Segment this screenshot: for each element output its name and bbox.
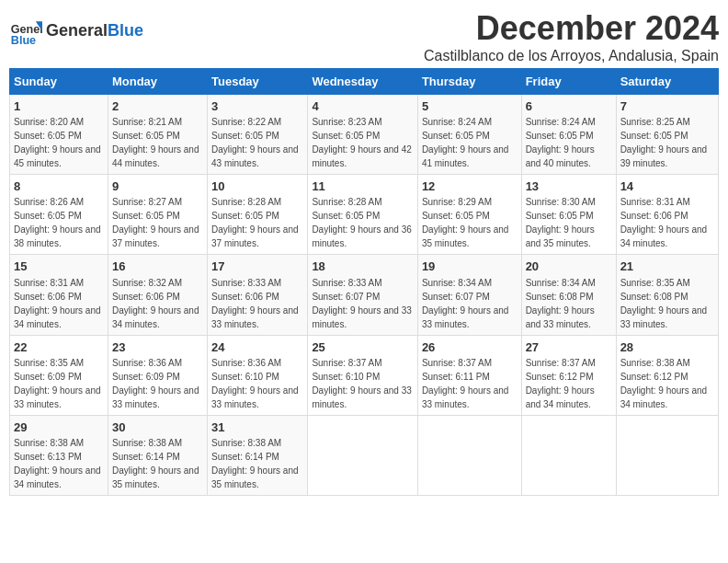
day-info: Sunrise: 8:22 AM Sunset: 6:05 PM Dayligh… [211, 117, 299, 168]
day-cell: 25Sunrise: 8:37 AM Sunset: 6:10 PM Dayli… [308, 335, 418, 415]
day-number: 29 [14, 419, 104, 436]
day-info: Sunrise: 8:28 AM Sunset: 6:05 PM Dayligh… [211, 197, 299, 248]
day-info: Sunrise: 8:33 AM Sunset: 6:07 PM Dayligh… [312, 278, 411, 329]
header-day-thursday: Thursday [417, 69, 521, 95]
day-number: 20 [526, 259, 612, 275]
logo-icon: General Blue [9, 15, 42, 48]
day-number: 25 [312, 339, 414, 356]
day-info: Sunrise: 8:31 AM Sunset: 6:06 PM Dayligh… [620, 197, 708, 248]
day-number: 3 [211, 98, 303, 115]
day-info: Sunrise: 8:26 AM Sunset: 6:05 PM Dayligh… [14, 197, 101, 248]
calendar-table: SundayMondayTuesdayWednesdayThursdayFrid… [9, 68, 719, 496]
day-number: 2 [112, 98, 203, 115]
day-cell: 5Sunrise: 8:24 AM Sunset: 6:05 PM Daylig… [417, 95, 521, 175]
day-cell: 26Sunrise: 8:37 AM Sunset: 6:11 PM Dayli… [417, 335, 521, 415]
day-cell: 30Sunrise: 8:38 AM Sunset: 6:14 PM Dayli… [108, 415, 207, 495]
week-row-5: 29Sunrise: 8:38 AM Sunset: 6:13 PM Dayli… [10, 415, 719, 495]
day-info: Sunrise: 8:28 AM Sunset: 6:05 PM Dayligh… [312, 197, 411, 248]
week-row-2: 8Sunrise: 8:26 AM Sunset: 6:05 PM Daylig… [10, 175, 719, 255]
day-info: Sunrise: 8:37 AM Sunset: 6:10 PM Dayligh… [312, 358, 411, 409]
day-info: Sunrise: 8:36 AM Sunset: 6:10 PM Dayligh… [211, 358, 299, 409]
day-info: Sunrise: 8:31 AM Sunset: 6:06 PM Dayligh… [14, 278, 101, 329]
day-number: 4 [312, 98, 414, 115]
day-cell: 20Sunrise: 8:34 AM Sunset: 6:08 PM Dayli… [521, 255, 616, 335]
day-info: Sunrise: 8:35 AM Sunset: 6:08 PM Dayligh… [620, 278, 708, 329]
main-title: December 2024 [424, 9, 719, 48]
day-cell [308, 415, 418, 495]
day-number: 27 [526, 339, 612, 356]
day-number: 10 [211, 178, 303, 195]
calendar-header-row: SundayMondayTuesdayWednesdayThursdayFrid… [10, 69, 719, 95]
day-number: 8 [14, 178, 104, 195]
day-number: 12 [422, 178, 518, 195]
day-info: Sunrise: 8:20 AM Sunset: 6:05 PM Dayligh… [14, 117, 101, 168]
day-number: 11 [312, 178, 414, 195]
day-cell: 10Sunrise: 8:28 AM Sunset: 6:05 PM Dayli… [208, 175, 308, 255]
day-cell: 2Sunrise: 8:21 AM Sunset: 6:05 PM Daylig… [108, 95, 207, 175]
day-cell: 16Sunrise: 8:32 AM Sunset: 6:06 PM Dayli… [108, 255, 207, 335]
header-day-tuesday: Tuesday [208, 69, 308, 95]
day-cell: 29Sunrise: 8:38 AM Sunset: 6:13 PM Dayli… [10, 415, 108, 495]
day-cell: 31Sunrise: 8:38 AM Sunset: 6:14 PM Dayli… [208, 415, 308, 495]
day-info: Sunrise: 8:34 AM Sunset: 6:07 PM Dayligh… [422, 278, 509, 329]
day-cell: 27Sunrise: 8:37 AM Sunset: 6:12 PM Dayli… [521, 335, 616, 415]
day-info: Sunrise: 8:37 AM Sunset: 6:11 PM Dayligh… [422, 358, 509, 409]
day-info: Sunrise: 8:21 AM Sunset: 6:05 PM Dayligh… [112, 117, 199, 168]
day-cell: 3Sunrise: 8:22 AM Sunset: 6:05 PM Daylig… [208, 95, 308, 175]
day-info: Sunrise: 8:38 AM Sunset: 6:14 PM Dayligh… [112, 438, 199, 489]
day-cell: 8Sunrise: 8:26 AM Sunset: 6:05 PM Daylig… [10, 175, 108, 255]
day-number: 16 [112, 259, 203, 275]
day-number: 21 [620, 259, 714, 275]
day-cell: 28Sunrise: 8:38 AM Sunset: 6:12 PM Dayli… [616, 335, 718, 415]
svg-text:Blue: Blue [11, 34, 36, 47]
day-cell: 9Sunrise: 8:27 AM Sunset: 6:05 PM Daylig… [108, 175, 207, 255]
header-day-wednesday: Wednesday [308, 69, 418, 95]
day-number: 30 [112, 419, 203, 436]
day-number: 18 [312, 259, 414, 275]
day-cell: 24Sunrise: 8:36 AM Sunset: 6:10 PM Dayli… [208, 335, 308, 415]
day-info: Sunrise: 8:38 AM Sunset: 6:14 PM Dayligh… [211, 438, 299, 489]
page-header: General Blue GeneralBlue December 2024 C… [9, 9, 719, 64]
day-cell: 4Sunrise: 8:23 AM Sunset: 6:05 PM Daylig… [308, 95, 418, 175]
day-info: Sunrise: 8:30 AM Sunset: 6:05 PM Dayligh… [526, 197, 596, 248]
week-row-3: 15Sunrise: 8:31 AM Sunset: 6:06 PM Dayli… [10, 255, 719, 335]
day-number: 26 [422, 339, 518, 356]
day-number: 14 [620, 178, 714, 195]
day-cell [521, 415, 616, 495]
day-number: 9 [112, 178, 203, 195]
day-number: 1 [14, 98, 104, 115]
header-day-friday: Friday [521, 69, 616, 95]
day-cell: 6Sunrise: 8:24 AM Sunset: 6:05 PM Daylig… [521, 95, 616, 175]
day-info: Sunrise: 8:33 AM Sunset: 6:06 PM Dayligh… [211, 278, 299, 329]
day-info: Sunrise: 8:36 AM Sunset: 6:09 PM Dayligh… [112, 358, 199, 409]
logo-text: GeneralBlue [46, 22, 143, 40]
day-number: 7 [620, 98, 714, 115]
header-day-saturday: Saturday [616, 69, 718, 95]
day-info: Sunrise: 8:27 AM Sunset: 6:05 PM Dayligh… [112, 197, 199, 248]
day-cell [616, 415, 718, 495]
day-number: 17 [211, 259, 303, 275]
title-area: December 2024 Castilblanco de los Arroyo… [424, 9, 719, 64]
day-info: Sunrise: 8:34 AM Sunset: 6:08 PM Dayligh… [526, 278, 596, 329]
day-info: Sunrise: 8:35 AM Sunset: 6:09 PM Dayligh… [14, 358, 101, 409]
day-cell: 21Sunrise: 8:35 AM Sunset: 6:08 PM Dayli… [616, 255, 718, 335]
day-info: Sunrise: 8:24 AM Sunset: 6:05 PM Dayligh… [422, 117, 509, 168]
header-day-monday: Monday [108, 69, 207, 95]
day-cell: 23Sunrise: 8:36 AM Sunset: 6:09 PM Dayli… [108, 335, 207, 415]
day-cell: 22Sunrise: 8:35 AM Sunset: 6:09 PM Dayli… [10, 335, 108, 415]
week-row-4: 22Sunrise: 8:35 AM Sunset: 6:09 PM Dayli… [10, 335, 719, 415]
day-cell: 15Sunrise: 8:31 AM Sunset: 6:06 PM Dayli… [10, 255, 108, 335]
day-cell: 11Sunrise: 8:28 AM Sunset: 6:05 PM Dayli… [308, 175, 418, 255]
header-day-sunday: Sunday [10, 69, 108, 95]
day-info: Sunrise: 8:25 AM Sunset: 6:05 PM Dayligh… [620, 117, 708, 168]
day-info: Sunrise: 8:29 AM Sunset: 6:05 PM Dayligh… [422, 197, 509, 248]
subtitle: Castilblanco de los Arroyos, Andalusia, … [424, 48, 719, 64]
day-number: 22 [14, 339, 104, 356]
day-cell: 7Sunrise: 8:25 AM Sunset: 6:05 PM Daylig… [616, 95, 718, 175]
day-cell: 17Sunrise: 8:33 AM Sunset: 6:06 PM Dayli… [208, 255, 308, 335]
day-number: 23 [112, 339, 203, 356]
day-number: 15 [14, 259, 104, 275]
day-info: Sunrise: 8:23 AM Sunset: 6:05 PM Dayligh… [312, 117, 411, 168]
logo: General Blue GeneralBlue [9, 15, 143, 48]
day-info: Sunrise: 8:38 AM Sunset: 6:13 PM Dayligh… [14, 438, 101, 489]
